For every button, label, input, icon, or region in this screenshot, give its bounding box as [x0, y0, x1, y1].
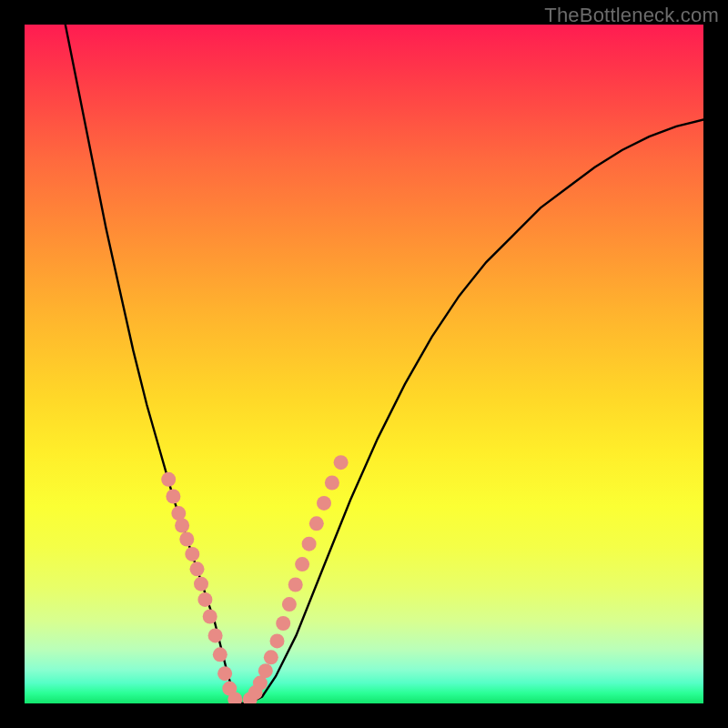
bead-point	[197, 592, 212, 607]
bead-point	[203, 610, 217, 624]
main-curve	[66, 25, 703, 703]
bead-point	[194, 577, 208, 592]
bead-point	[175, 519, 189, 533]
bead-point	[213, 647, 228, 662]
beads-left-group	[161, 472, 242, 703]
bead-point	[309, 516, 324, 531]
bead-point	[190, 561, 205, 576]
bead-point	[317, 496, 331, 511]
bead-point	[325, 476, 339, 490]
bead-point	[276, 616, 290, 631]
bead-point	[185, 547, 199, 561]
chart-frame: TheBottleneck.com	[0, 0, 728, 728]
bead-point	[166, 490, 180, 504]
bead-point	[288, 578, 303, 592]
beads-right-group	[243, 455, 349, 703]
bead-point	[217, 666, 232, 681]
curve-svg	[25, 25, 703, 703]
bead-point	[264, 650, 278, 664]
bead-point	[179, 532, 194, 547]
bead-point	[208, 628, 223, 642]
bead-point	[334, 455, 349, 470]
bead-point	[282, 597, 297, 612]
bead-point	[171, 506, 186, 521]
bead-point	[295, 557, 309, 571]
bead-point	[302, 537, 317, 551]
attribution-text: TheBottleneck.com	[544, 4, 719, 27]
bead-point	[161, 472, 176, 487]
bead-point	[270, 633, 285, 648]
plot-area	[25, 25, 703, 703]
bead-point	[258, 663, 273, 678]
